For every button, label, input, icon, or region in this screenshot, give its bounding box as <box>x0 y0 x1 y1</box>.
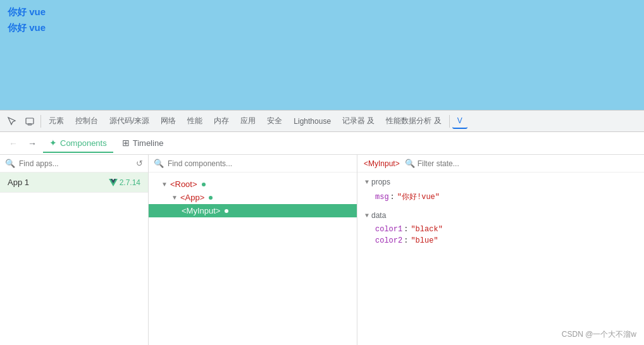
app-version-text: 2.7.14 <box>120 178 140 187</box>
prop-msg: msg : "你好!vue" <box>365 190 636 203</box>
apps-search-input[interactable] <box>19 159 132 168</box>
tab-network[interactable]: 网络 <box>156 113 181 129</box>
prop-msg-key: msg <box>375 193 389 202</box>
components-icon: ✦ <box>49 138 57 148</box>
prop-color1-key: color1 <box>375 225 402 234</box>
apps-search-bar: 🔍 ↺ <box>0 155 148 172</box>
apps-search-icon: 🔍 <box>5 159 15 168</box>
timeline-icon: ⊞ <box>122 138 130 148</box>
toolbar-separator <box>40 115 41 128</box>
prop-color2-key: color2 <box>375 236 402 245</box>
tab-performance[interactable]: 性能 <box>182 113 207 129</box>
tree-content: ▼ <Root> ▼ <App> <MyInput> <box>149 172 357 345</box>
data-section-header[interactable]: ▼ data <box>365 211 636 220</box>
tree-tag-app: <App> <box>180 193 204 202</box>
tab-lighthouse[interactable]: Lighthouse <box>288 114 336 128</box>
tree-arrow-app: ▼ <box>171 194 178 201</box>
app-item[interactable]: App 1 2.7.14 <box>0 172 148 193</box>
tree-item-root[interactable]: ▼ <Root> <box>149 178 357 191</box>
tree-dot-app <box>209 196 213 200</box>
tab-vue[interactable]: V <box>452 114 468 129</box>
state-search-bar: 🔍 <box>405 159 638 168</box>
prop-color2-value: "blue" <box>411 236 438 245</box>
tree-dot-root <box>202 183 206 186</box>
props-section-name: props <box>371 178 390 186</box>
tab-elements[interactable]: 元素 <box>44 113 69 129</box>
apps-panel: 🔍 ↺ App 1 2.7.14 <box>0 155 149 345</box>
tree-tag-root: <Root> <box>170 179 197 189</box>
tree-tag-myinput: <MyInput> <box>182 206 220 215</box>
main-content: 🔍 ↺ App 1 2.7.14 🔍 ▼ <Root> <box>0 155 644 345</box>
components-search-input[interactable] <box>168 159 352 168</box>
prop-color1-value: "black" <box>411 225 442 234</box>
back-button[interactable]: ← <box>5 135 22 152</box>
tab-sources[interactable]: 源代码/来源 <box>104 113 154 129</box>
tree-dot-myinput <box>225 209 228 213</box>
tab-memory[interactable]: 内存 <box>209 113 234 129</box>
state-header: <MyInput> 🔍 <box>357 155 644 172</box>
prop-color2-colon: : <box>404 236 408 245</box>
preview-line2-vue: vue <box>29 22 46 33</box>
prop-color1: color1 : "black" <box>365 224 636 235</box>
tree-item-app[interactable]: ▼ <App> <box>149 191 357 204</box>
csdn-watermark: CSDN @一个大不溜w <box>562 329 636 340</box>
preview-line2-text: 你好 <box>8 22 29 33</box>
preview-line1-vue: vue <box>29 6 46 17</box>
device-icon[interactable] <box>22 113 38 130</box>
tree-item-myinput[interactable]: <MyInput> <box>149 204 357 217</box>
prop-color2: color2 : "blue" <box>365 235 636 246</box>
tab-security[interactable]: 安全 <box>262 113 287 129</box>
state-filter-input[interactable] <box>418 159 638 168</box>
devtools-toolbar: 元素 控制台 源代码/来源 网络 性能 内存 应用 安全 Lighthouse … <box>0 111 644 132</box>
tree-arrow-root: ▼ <box>161 181 168 188</box>
refresh-icon[interactable]: ↺ <box>136 159 143 168</box>
tab-application[interactable]: 应用 <box>235 113 261 129</box>
prop-msg-value: "你好!vue" <box>397 191 440 202</box>
data-arrow: ▼ <box>365 212 369 219</box>
forward-button[interactable]: → <box>24 135 40 152</box>
preview-line1: 你好 vue <box>8 6 636 18</box>
tab-timeline[interactable]: ⊞ Timeline <box>116 134 170 153</box>
toolbar-sep2 <box>449 115 450 128</box>
svg-rect-0 <box>26 118 34 124</box>
preview-line1-text: 你好 <box>8 6 29 17</box>
components-search-bar: 🔍 <box>149 155 357 172</box>
prop-color1-colon: : <box>404 225 408 234</box>
tab-recorder[interactable]: 记录器 及 <box>337 113 380 129</box>
vue-logo-icon <box>109 179 118 186</box>
preview-area: 你好 vue 你好 vue <box>0 0 644 111</box>
vue-tabbar: ← → ✦ Components ⊞ Timeline <box>0 132 644 155</box>
props-section: ▼ props msg : "你好!vue" <box>365 178 636 203</box>
svg-rect-1 <box>28 124 32 125</box>
state-content: ▼ props msg : "你好!vue" ▼ data color1 : <box>357 172 644 259</box>
tab-console[interactable]: 控制台 <box>70 113 103 129</box>
state-search-icon: 🔍 <box>405 159 415 168</box>
data-section-name: data <box>371 211 386 220</box>
app-name: App 1 <box>8 178 29 187</box>
props-arrow: ▼ <box>365 179 369 186</box>
timeline-tab-label: Timeline <box>133 138 164 148</box>
data-section: ▼ data color1 : "black" color2 : "blue" <box>365 211 636 246</box>
inspect-icon[interactable] <box>4 113 20 130</box>
app-version: 2.7.14 <box>109 178 140 187</box>
components-tree-panel: 🔍 ▼ <Root> ▼ <App> <MyInput> <box>149 155 357 345</box>
state-panel: <MyInput> 🔍 ▼ props msg : "你好!vue" <box>357 155 644 345</box>
tab-components[interactable]: ✦ Components <box>43 134 113 153</box>
prop-msg-colon: : <box>390 193 395 202</box>
preview-line2: 你好 vue <box>8 22 636 34</box>
selected-component-tag: <MyInput> <box>364 159 400 168</box>
tab-perf-insights[interactable]: 性能数据分析 及 <box>381 113 446 129</box>
components-tab-label: Components <box>60 138 107 148</box>
props-section-header[interactable]: ▼ props <box>365 178 636 186</box>
comp-search-icon: 🔍 <box>154 159 164 168</box>
